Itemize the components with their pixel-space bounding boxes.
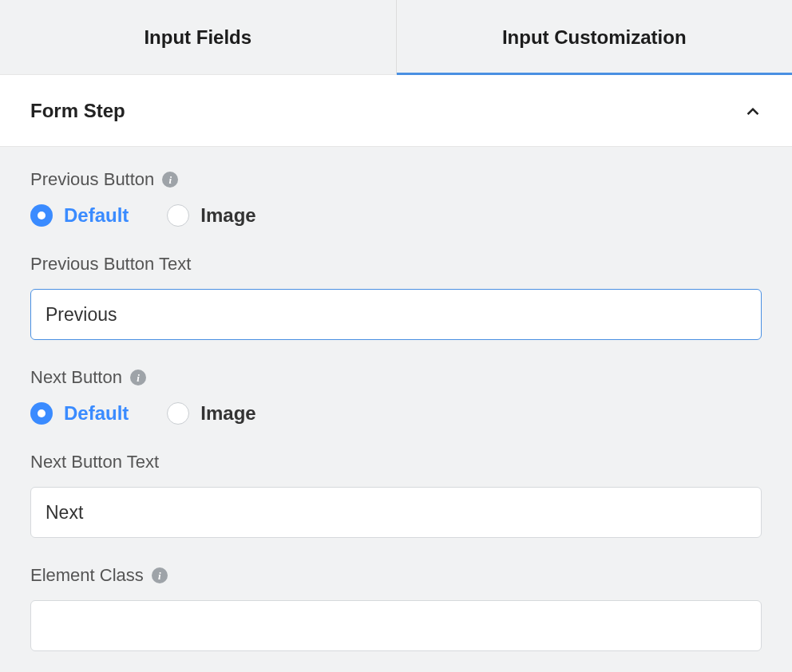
label-previous-button-text: Previous Button Text (30, 254, 762, 275)
label-next-button: Next Button i (30, 367, 762, 388)
input-element-class[interactable] (30, 600, 762, 651)
tabs-container: Input Fields Input Customization (0, 0, 792, 75)
info-icon[interactable]: i (162, 172, 178, 188)
chevron-up-icon (744, 102, 762, 120)
info-icon[interactable]: i (130, 370, 146, 385)
radio-label: Image (200, 402, 255, 425)
radio-next-default[interactable]: Default (30, 402, 129, 425)
radio-group-previous-button: Default Image (30, 204, 762, 227)
radio-next-image[interactable]: Image (167, 402, 255, 425)
radio-indicator (167, 204, 189, 227)
radio-group-next-button: Default Image (30, 402, 762, 425)
section-header-form-step[interactable]: Form Step (0, 75, 792, 147)
radio-indicator (30, 402, 53, 425)
radio-indicator (167, 402, 189, 425)
label-text: Next Button Text (30, 452, 159, 472)
label-text: Element Class (30, 565, 144, 586)
label-previous-button: Previous Button i (30, 169, 762, 190)
tab-label: Input Customization (502, 26, 687, 49)
input-next-button-text[interactable] (30, 487, 762, 538)
info-icon[interactable]: i (152, 567, 168, 583)
label-text: Next Button (30, 367, 122, 388)
radio-indicator (30, 204, 53, 227)
label-next-button-text: Next Button Text (30, 452, 762, 472)
label-text: Previous Button Text (30, 254, 191, 275)
tab-label: Input Fields (144, 26, 251, 49)
radio-label: Default (64, 402, 129, 425)
tab-input-fields[interactable]: Input Fields (0, 0, 396, 74)
tab-input-customization[interactable]: Input Customization (396, 0, 793, 74)
radio-previous-image[interactable]: Image (167, 204, 255, 227)
panel-form-step: Previous Button i Default Image Previous… (0, 147, 792, 672)
label-text: Previous Button (30, 169, 154, 190)
radio-previous-default[interactable]: Default (30, 204, 129, 227)
section-title: Form Step (30, 100, 125, 122)
input-previous-button-text[interactable] (30, 289, 762, 340)
radio-label: Image (200, 204, 255, 227)
label-element-class: Element Class i (30, 565, 762, 586)
radio-label: Default (64, 204, 129, 227)
